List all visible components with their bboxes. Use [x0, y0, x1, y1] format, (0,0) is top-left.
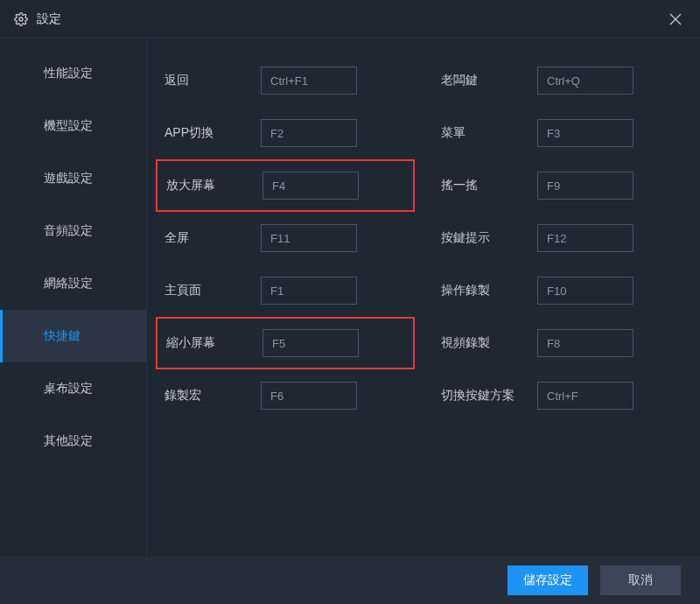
shortcut-row-right-6: 切換按鍵方案 — [432, 369, 691, 422]
shortcut-input[interactable] — [261, 382, 357, 410]
shortcut-label: 視頻錄製 — [441, 335, 537, 351]
shortcut-row-left-0: 返回 — [156, 54, 415, 107]
shortcut-label: 操作錄製 — [441, 283, 537, 298]
shortcut-input[interactable] — [537, 382, 634, 410]
titlebar: 設定 — [0, 0, 700, 39]
shortcut-input[interactable] — [537, 277, 634, 305]
shortcut-input[interactable] — [537, 172, 634, 200]
shortcut-label: 老闆鍵 — [441, 73, 537, 88]
sidebar-item-label: 桌布設定 — [44, 381, 93, 397]
shortcut-row-right-1: 菜單 — [432, 107, 691, 159]
shortcut-label: 縮小屏幕 — [166, 335, 262, 351]
sidebar-item-5[interactable]: 快捷鍵 — [0, 310, 146, 362]
shortcut-label: 錄製宏 — [164, 388, 261, 404]
sidebar-item-label: 其他設定 — [44, 433, 93, 449]
sidebar-item-2[interactable]: 遊戲設定 — [0, 152, 146, 205]
shortcut-row-right-2: 搖一搖 — [432, 159, 691, 212]
shortcut-row-left-5: 縮小屏幕 — [156, 317, 415, 369]
shortcut-row-left-6: 錄製宏 — [156, 369, 415, 422]
window-title: 設定 — [37, 11, 61, 27]
sidebar-item-6[interactable]: 桌布設定 — [0, 362, 146, 415]
sidebar-item-4[interactable]: 網絡設定 — [0, 257, 146, 310]
shortcut-row-left-4: 主頁面 — [156, 264, 415, 317]
sidebar-item-label: 性能設定 — [44, 66, 93, 81]
sidebar-item-3[interactable]: 音頻設定 — [0, 205, 146, 257]
sidebar-item-label: 網絡設定 — [44, 276, 93, 291]
svg-point-0 — [19, 18, 23, 21]
shortcut-input[interactable] — [537, 67, 634, 95]
shortcut-row-right-3: 按鍵提示 — [432, 212, 691, 264]
shortcut-input[interactable] — [537, 329, 634, 357]
close-icon[interactable] — [665, 9, 686, 30]
sidebar-item-label: 遊戲設定 — [44, 171, 93, 186]
shortcut-row-right-0: 老闆鍵 — [432, 54, 691, 107]
shortcut-input[interactable] — [262, 329, 359, 357]
shortcut-input[interactable] — [261, 67, 357, 95]
shortcut-label: 按鍵提示 — [441, 230, 537, 246]
shortcut-label: 搖一搖 — [441, 178, 537, 193]
cancel-button[interactable]: 取消 — [600, 565, 681, 595]
sidebar-item-1[interactable]: 機型設定 — [0, 100, 146, 152]
sidebar-item-7[interactable]: 其他設定 — [0, 415, 146, 467]
sidebar-item-label: 機型設定 — [44, 118, 93, 134]
sidebar-item-label: 快捷鍵 — [44, 328, 80, 344]
content-panel: 返回老闆鍵APP切換菜單放大屏幕搖一搖全屏按鍵提示主頁面操作錄製縮小屏幕視頻錄製… — [147, 39, 700, 557]
sidebar-item-0[interactable]: 性能設定 — [0, 47, 146, 100]
shortcut-label: 切換按鍵方案 — [441, 388, 537, 404]
shortcut-row-left-2: 放大屏幕 — [156, 159, 415, 212]
sidebar: 性能設定機型設定遊戲設定音頻設定網絡設定快捷鍵桌布設定其他設定 — [0, 39, 147, 557]
sidebar-item-label: 音頻設定 — [44, 223, 93, 239]
shortcut-input[interactable] — [537, 119, 634, 147]
shortcut-row-right-4: 操作錄製 — [432, 264, 691, 317]
shortcut-label: 返回 — [164, 73, 261, 88]
shortcut-input[interactable] — [262, 172, 359, 200]
shortcut-input[interactable] — [537, 224, 634, 252]
shortcut-label: 菜單 — [441, 125, 537, 141]
shortcut-row-left-3: 全屏 — [156, 212, 415, 264]
shortcut-label: 放大屏幕 — [166, 178, 262, 193]
save-button[interactable]: 儲存設定 — [508, 565, 588, 595]
shortcut-row-left-1: APP切換 — [156, 107, 415, 159]
shortcut-label: 全屏 — [164, 230, 261, 246]
shortcut-input[interactable] — [261, 119, 357, 147]
shortcut-input[interactable] — [261, 224, 357, 252]
footer: 儲存設定 取消 — [0, 557, 700, 604]
gear-icon — [14, 12, 28, 26]
shortcut-label: 主頁面 — [164, 283, 261, 298]
shortcut-input[interactable] — [261, 277, 357, 305]
shortcut-row-right-5: 視頻錄製 — [432, 317, 691, 369]
shortcut-label: APP切換 — [164, 125, 261, 141]
